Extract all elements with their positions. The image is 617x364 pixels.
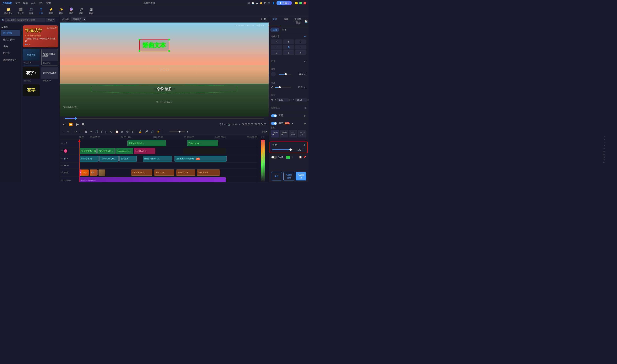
fullscreen2-icon[interactable]: ⤢	[239, 123, 240, 126]
tl-cut-select-btn[interactable]: ✂	[67, 130, 70, 134]
fullscreen-icon[interactable]: ⊞	[261, 18, 262, 21]
scale-reset-btn[interactable]: ↺	[271, 86, 274, 89]
warp-btn-tl[interactable]: ↖	[271, 39, 282, 44]
more-options-button[interactable]: ···	[56, 18, 58, 21]
zoom-slider[interactable]	[169, 131, 185, 132]
track-clip-v1-2[interactable]: 黄亟	[90, 169, 97, 176]
screenshot2-icon[interactable]: 📷	[228, 123, 230, 126]
track6-vis-icon[interactable]: 👁	[61, 142, 63, 144]
scale-diamond-btn[interactable]: ◇	[304, 86, 306, 89]
icon-bell[interactable]: 🔔	[260, 2, 263, 4]
toolbar-effects[interactable]: ✨ 特效	[56, 7, 66, 16]
shape-expand-btn[interactable]: ▶	[304, 122, 306, 125]
stroke-copy-btn[interactable]: 📋	[299, 156, 302, 158]
background-toggle[interactable]	[271, 114, 277, 117]
search-input[interactable]	[5, 18, 45, 22]
quality-select[interactable]: 完整画质	[71, 17, 86, 21]
icon-cloud[interactable]: ☁	[256, 2, 258, 4]
progress-bar[interactable]	[65, 118, 264, 119]
save-preset-icon[interactable]: 💾	[304, 16, 308, 26]
track5-vis-icon[interactable]: 👁	[61, 150, 63, 152]
track-clip-2023[interactable]: 2023.02.14/Th...	[97, 148, 115, 154]
track-clip-v1-7[interactable]: 年轻...已变老	[197, 169, 220, 176]
control-point-tr[interactable]	[168, 39, 170, 40]
stop-button[interactable]: ⏹	[81, 122, 85, 126]
background-expand-btn[interactable]: ▶	[304, 114, 306, 117]
featured-text-item[interactable]: 字魂花字 100+字体自由选择 字魂花字合集｜100余款字体自由选择 欧洲杯体育	[23, 26, 58, 47]
warp-btn-ml[interactable]: ←	[271, 45, 282, 50]
shape-toggle[interactable]	[271, 122, 277, 125]
stroke-dropdown-btn[interactable]: ▾	[291, 156, 293, 158]
scale-slider[interactable]	[275, 87, 291, 88]
track-clip-lightleak[interactable]: Light Leak 5	[134, 148, 155, 154]
text-item-title[interactable]: YOUR TITLE HERE 默认标题	[41, 49, 58, 65]
close-button[interactable]	[303, 2, 306, 4]
pip-icon[interactable]: ⊟	[232, 123, 234, 126]
tl-undo-btn[interactable]: ↩	[74, 130, 78, 134]
step-back-button[interactable]: ⏪	[69, 122, 73, 127]
screenshot-icon[interactable]: 🖼	[264, 18, 266, 21]
bracket-right[interactable]: }	[222, 123, 223, 125]
toolbar-assets-lib[interactable]: 🎬 素材库	[15, 7, 26, 16]
rotation-diamond-btn[interactable]: ◇	[304, 73, 306, 76]
toolbar-my-assets[interactable]: 📁 我的素材	[2, 7, 15, 16]
track-clip-travel[interactable]: Travel Chic Ove...	[99, 156, 119, 162]
shape-dropdown-btn[interactable]: ▾	[292, 122, 293, 125]
tab-tts[interactable]: 文字转语音	[292, 16, 304, 26]
toolbar-filters[interactable]: 🔮 滤镜	[67, 7, 76, 16]
maximize-button[interactable]	[299, 2, 302, 4]
track-clip-v1-3[interactable]: ...	[98, 169, 105, 176]
toolbar-audio[interactable]: 🎵 音频	[27, 7, 36, 16]
text-item-huazi[interactable]: 花字 ⬇ 黑白镂空	[23, 67, 40, 83]
tl-effect-btn[interactable]: ⚡	[156, 130, 161, 134]
control-point-bl[interactable]	[139, 50, 140, 52]
track-clip-ann[interactable]: 安能&小鱼/海...	[79, 156, 98, 162]
sidebar-hot-recommend[interactable]: 热门推荐	[1, 30, 20, 36]
track-clip-v1-5[interactable]: 在路上·疯走...	[154, 169, 174, 176]
track-clip-madetravel[interactable]: made on travel 2...	[143, 156, 172, 162]
icon-shop[interactable]: 🛒	[268, 2, 271, 4]
shape-opt-3[interactable]: ABCDJKLMN	[289, 130, 297, 138]
tl-minus-btn[interactable]: —	[164, 130, 168, 134]
export-button[interactable]: ⬆ 导出 ▾	[276, 0, 292, 5]
sidebar-title[interactable]: 片头	[1, 43, 20, 50]
text-item-huazi2[interactable]: 花字	[23, 84, 40, 97]
text-item-caption[interactable]: 欧洲杯候 默认字幕	[23, 49, 40, 65]
cut-icon[interactable]: ✂	[224, 123, 226, 126]
intensity-more-btn[interactable]: ⋮	[302, 148, 305, 151]
track-clip-v1-4[interactable]: ♦ 群朋友的影影...	[131, 169, 152, 176]
tl-copy-btn[interactable]: 📋	[114, 130, 119, 134]
play-button[interactable]: ▶	[75, 121, 79, 127]
subtab-animation[interactable]: 动画	[280, 27, 289, 32]
track2-vis-icon[interactable]: 👁	[61, 165, 63, 167]
intensity-slider[interactable]	[272, 149, 294, 150]
track-clip-v1-6[interactable]: 我我的女人·视...	[176, 169, 195, 176]
position-reset-btn[interactable]: ↺	[271, 98, 274, 101]
menu-file[interactable]: 文件	[15, 1, 20, 5]
track-clip-romantic[interactable]: Romantic Moments	[79, 177, 226, 182]
stroke-paste-btn[interactable]: 📌	[303, 156, 306, 158]
rewind-button[interactable]: ⏮	[62, 122, 66, 126]
blend-diamond-btn[interactable]: ◇	[304, 106, 306, 109]
progress-thumb[interactable]	[74, 117, 77, 120]
rotation-slider[interactable]	[279, 74, 291, 75]
shape-opt-1[interactable]: ABCDEFG	[271, 130, 279, 138]
sidebar-audio-text[interactable]: 音频驱动文字	[1, 57, 20, 63]
tl-mic-btn[interactable]: 🎤	[144, 130, 149, 134]
warp-btn-bl[interactable]: ↙	[271, 50, 282, 55]
filter-button[interactable]: 全部 ▾	[46, 18, 55, 22]
subtab-basic[interactable]: 基础	[270, 27, 279, 32]
y-value-input[interactable]	[295, 98, 307, 102]
track-clip-happy[interactable]: T Happy Val...	[187, 140, 218, 146]
tl-text-btn[interactable]: T	[100, 130, 103, 134]
toolbar-templates[interactable]: ⊞ 模板	[87, 7, 96, 16]
x-value-input[interactable]	[277, 98, 289, 102]
warp-btn-tr[interactable]: ↗	[295, 39, 306, 44]
tl-redo-btn[interactable]: ↪	[79, 130, 82, 134]
keyframe-button[interactable]: 关键帧面板	[283, 172, 294, 181]
tab-video[interactable]: 视频	[280, 16, 292, 26]
track-clip-warp[interactable]: T ♦ 矫曲文本/一恋...	[79, 148, 96, 154]
menu-help[interactable]: 帮助	[46, 1, 51, 5]
warp-text-edit-btn[interactable]: ✏	[304, 35, 306, 38]
tl-music-btn[interactable]: 🎵	[150, 130, 155, 134]
